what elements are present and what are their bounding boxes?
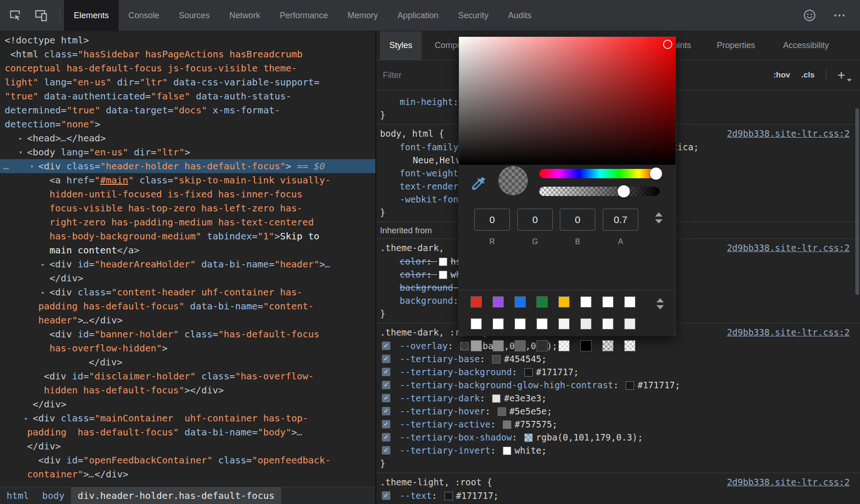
breadcrumb-item-body[interactable]: body xyxy=(35,487,71,504)
palette-swatch[interactable] xyxy=(580,318,592,329)
dom-tree-line[interactable]: main content</a> xyxy=(0,243,375,257)
current-color-swatch[interactable] xyxy=(498,166,528,196)
tree-expand-arrow-icon[interactable]: ▸ xyxy=(41,285,45,299)
toolbar-tab-performance[interactable]: Performance xyxy=(270,0,338,31)
color-swatch[interactable] xyxy=(498,407,506,416)
tree-collapse-arrow-icon[interactable]: ▾ xyxy=(19,145,22,159)
stylesheet-link[interactable]: 2d9bb338.site-ltr.css:2 xyxy=(727,126,850,140)
dom-tree-line[interactable]: hidden-until-focused is-fixed has-inner-… xyxy=(0,187,375,201)
dom-tree-line[interactable]: </div> xyxy=(0,355,375,369)
dom-tree-line[interactable]: ▸<div class="mainContainer uhf-container… xyxy=(0,411,375,425)
dom-tree-line[interactable]: conceptual has-default-focus js-focus-vi… xyxy=(0,61,375,75)
tree-expand-arrow-icon[interactable]: ▸ xyxy=(24,411,28,425)
stylesheet-link[interactable]: 2d9bb338.site-ltr.css:2 xyxy=(727,475,850,489)
toolbar-tab-sources[interactable]: Sources xyxy=(169,0,219,31)
devtools-menu-icon[interactable] xyxy=(829,5,850,26)
dom-tree-line[interactable]: </div> xyxy=(0,397,375,411)
dom-tree-line[interactable]: <a href="#main" class="skip-to-main-link… xyxy=(0,173,375,187)
styles-tab-accessibility[interactable]: Accessibility xyxy=(774,31,838,60)
dom-tree-line[interactable]: right-zero has-padding-medium has-text-c… xyxy=(0,215,375,229)
css-property[interactable]: ✓--tertiary-box-shadow: rgba(0,101,179,0… xyxy=(376,431,860,444)
palette-swatch[interactable] xyxy=(536,318,548,329)
color-swatch[interactable] xyxy=(439,258,447,266)
alpha-slider[interactable] xyxy=(539,187,660,196)
dom-tree-line[interactable]: container">…</div> xyxy=(0,467,375,481)
color-swatch[interactable] xyxy=(524,434,533,442)
palette-swatch[interactable] xyxy=(558,296,570,308)
dom-tree-line[interactable]: detection="none"> xyxy=(0,117,375,131)
property-checkbox[interactable]: ✓ xyxy=(382,368,390,376)
dom-tree-line[interactable]: has-body-background-medium" tabindex="1"… xyxy=(0,229,375,243)
dom-tree-line-selected[interactable]: …▾<div class="header-holder has-default-… xyxy=(0,159,375,173)
tree-expand-arrow-icon[interactable]: ▸ xyxy=(19,131,22,145)
palette-swatch[interactable] xyxy=(602,340,613,351)
property-checkbox[interactable]: ✓ xyxy=(382,342,390,350)
hue-slider-knob[interactable] xyxy=(650,168,662,180)
dom-tree-line[interactable]: has-overflow-hidden"> xyxy=(0,341,375,355)
toolbar-tab-network[interactable]: Network xyxy=(219,0,270,31)
element-classes-button[interactable]: .cls xyxy=(801,70,814,80)
toolbar-tab-security[interactable]: Security xyxy=(448,0,498,31)
styles-tab-styles[interactable]: Styles xyxy=(380,31,422,60)
dom-tree-line[interactable]: <div id="disclaimer-holder" class="has-o… xyxy=(0,369,375,383)
new-style-rule-button[interactable]: + xyxy=(838,70,850,80)
palette-swatch[interactable] xyxy=(493,296,504,308)
dom-tree-line[interactable]: <html class="hasSidebar hasPageActions h… xyxy=(0,47,375,61)
palette-swatch[interactable] xyxy=(515,340,526,351)
toggle-element-state-button[interactable]: :hov xyxy=(773,70,790,80)
color-swatch[interactable] xyxy=(492,394,500,403)
stylesheet-link[interactable]: 2d9bb338.site-ltr.css:2 xyxy=(727,325,850,339)
property-checkbox[interactable]: ✓ xyxy=(382,420,390,428)
alpha-value-input[interactable]: 0.7 xyxy=(603,209,638,231)
dom-tree-line[interactable]: light" lang="en-us" dir="ltr" data-css-v… xyxy=(0,75,375,89)
palette-swatch[interactable] xyxy=(493,318,504,329)
color-swatch[interactable] xyxy=(626,381,634,390)
eyedropper-icon[interactable] xyxy=(470,175,487,192)
property-checkbox[interactable]: ✓ xyxy=(382,446,390,455)
property-checkbox[interactable]: ✓ xyxy=(382,381,390,389)
property-checkbox[interactable]: ✓ xyxy=(382,394,390,402)
dom-tree-line[interactable]: "true" data-authenticated="false" data-a… xyxy=(0,89,375,103)
css-property[interactable]: ✓--tertiary-invert: white; xyxy=(376,444,860,457)
toolbar-tab-memory[interactable]: Memory xyxy=(338,0,388,31)
dom-tree-line[interactable]: hidden has-default-focus"></div> xyxy=(0,383,375,397)
color-format-switcher[interactable] xyxy=(655,212,663,224)
palette-swatch[interactable] xyxy=(624,340,635,351)
tree-collapse-arrow-icon[interactable]: ▾ xyxy=(30,159,34,173)
palette-swatch[interactable] xyxy=(580,340,592,351)
css-property[interactable]: ✓--text: #171717; xyxy=(376,489,860,502)
palette-swatch[interactable] xyxy=(558,318,570,329)
css-property[interactable]: ✓--tertiary-active: #757575; xyxy=(376,418,860,431)
palette-swatch[interactable] xyxy=(515,296,526,308)
color-position-ring[interactable] xyxy=(663,40,672,49)
rule-selector-row[interactable]: .theme-light, :root {2d9bb338.site-ltr.c… xyxy=(376,475,860,489)
palette-swatch[interactable] xyxy=(580,296,592,308)
tree-expand-arrow-icon[interactable]: ▸ xyxy=(41,257,45,271)
breadcrumb-item-div[interactable]: div.header-holder.has-default-focus xyxy=(71,487,281,504)
palette-swatch[interactable] xyxy=(536,296,548,308)
palette-switcher[interactable] xyxy=(656,298,664,309)
dom-tree-line[interactable]: </div> xyxy=(0,271,375,285)
property-checkbox[interactable]: ✓ xyxy=(382,433,390,441)
dom-tree-line[interactable]: </div> xyxy=(0,439,375,453)
saturation-lightness-area[interactable] xyxy=(459,37,676,165)
color-swatch[interactable] xyxy=(524,368,533,377)
feedback-smiley-icon[interactable] xyxy=(799,5,820,26)
css-property[interactable]: ✓--tertiary-dark: #e3e3e3; xyxy=(376,392,860,405)
dom-tree-line[interactable]: determined="true" data-target="docs" x-m… xyxy=(0,103,375,117)
palette-swatch[interactable] xyxy=(624,296,635,308)
color-swatch[interactable] xyxy=(503,447,511,455)
css-property[interactable]: ✓--tertiary-background-glow-high-contras… xyxy=(376,378,860,392)
toolbar-tab-application[interactable]: Application xyxy=(388,0,448,31)
property-checkbox[interactable]: ✓ xyxy=(382,355,390,363)
styles-scrollbar[interactable] xyxy=(855,108,859,295)
palette-swatch[interactable] xyxy=(624,318,635,329)
green-value-input[interactable]: 0 xyxy=(517,209,553,231)
dom-tree-line[interactable]: <div id="banner-holder" class="has-defau… xyxy=(0,327,375,341)
dom-tree-line[interactable]: ▸<head>…</head> xyxy=(0,131,375,145)
toolbar-tab-elements[interactable]: Elements xyxy=(64,0,119,31)
palette-swatch[interactable] xyxy=(602,296,613,308)
palette-swatch[interactable] xyxy=(471,340,482,351)
color-swatch[interactable] xyxy=(503,420,511,429)
dom-tree-line[interactable]: header">…</div> xyxy=(0,313,375,327)
